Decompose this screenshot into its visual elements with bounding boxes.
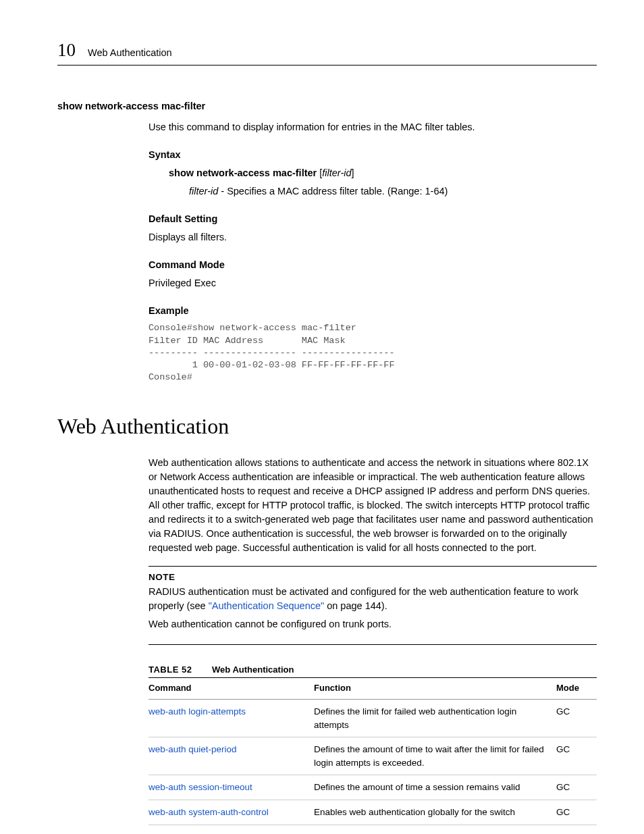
syntax-command-bold: show network-access mac-filter bbox=[169, 167, 317, 178]
chapter-title: Web Authentication bbox=[88, 46, 172, 60]
cmd-func: Defines the limit for failed web authent… bbox=[314, 700, 556, 737]
table-row: web-auth session-timeout Defines the amo… bbox=[149, 775, 597, 800]
table-header-row: Command Function Mode bbox=[149, 678, 597, 700]
note-label: NOTE bbox=[149, 571, 597, 584]
th-command: Command bbox=[149, 678, 314, 700]
section-title: Web Authentication bbox=[57, 411, 597, 442]
mode-heading: Command Mode bbox=[149, 258, 597, 272]
cmd-func: Defines the amount of time a session rem… bbox=[314, 775, 556, 800]
cmd-link[interactable]: web-auth system-auth-control bbox=[149, 807, 269, 817]
note-text-1b: on page 144). bbox=[324, 600, 387, 611]
note-block: NOTE RADIUS authentication must be activ… bbox=[149, 566, 597, 645]
cmd-mode: GC bbox=[556, 800, 597, 825]
table-label: TABLE 52 bbox=[149, 664, 192, 675]
table-row: web-auth Enables web authentication for … bbox=[149, 825, 597, 834]
cmd-mode: GC bbox=[556, 700, 597, 737]
command-intro: Use this command to display information … bbox=[149, 120, 597, 134]
cmd-mode: GC bbox=[556, 737, 597, 775]
command-name: show network-access mac-filter bbox=[57, 99, 597, 113]
cmd-func: Enables web authentication globally for … bbox=[314, 800, 556, 825]
cmd-func: Enables web authentication for an interf… bbox=[314, 825, 556, 834]
th-mode: Mode bbox=[556, 678, 597, 700]
syntax-line: show network-access mac-filter [filter-i… bbox=[169, 166, 597, 180]
syntax-heading: Syntax bbox=[149, 148, 597, 162]
table-row: web-auth quiet-period Defines the amount… bbox=[149, 737, 597, 775]
syntax-arg-description: filter-id - Specifies a MAC address filt… bbox=[189, 184, 597, 199]
command-table: Command Function Mode web-auth login-att… bbox=[149, 677, 597, 834]
cmd-link[interactable]: web-auth session-timeout bbox=[149, 782, 252, 792]
default-heading: Default Setting bbox=[149, 212, 597, 226]
cmd-mode: IC bbox=[556, 825, 597, 834]
note-line-2: Web authentication cannot be configured … bbox=[149, 617, 597, 631]
syntax-arg-text: - Specifies a MAC address filter table. … bbox=[218, 186, 448, 197]
chapter-number: 10 bbox=[57, 37, 76, 63]
mode-text: Privileged Exec bbox=[149, 276, 597, 290]
syntax-arg-name: filter-id bbox=[189, 186, 218, 197]
note-line-1: RADIUS authentication must be activated … bbox=[149, 585, 597, 613]
default-text: Displays all filters. bbox=[149, 230, 597, 244]
cmd-mode: GC bbox=[556, 775, 597, 800]
example-heading: Example bbox=[149, 304, 597, 318]
syntax-arg: filter-id bbox=[322, 167, 351, 178]
table-row: web-auth login-attempts Defines the limi… bbox=[149, 700, 597, 737]
cmd-link[interactable]: web-auth quiet-period bbox=[149, 744, 237, 754]
note-link[interactable]: "Authentication Sequence" bbox=[209, 600, 325, 611]
example-code: Console#show network-access mac-filter F… bbox=[149, 322, 597, 384]
cmd-link[interactable]: web-auth bbox=[149, 832, 186, 834]
table-caption: TABLE 52 Web Authentication bbox=[149, 664, 597, 677]
th-function: Function bbox=[314, 678, 556, 700]
table-title: Web Authentication bbox=[212, 664, 294, 675]
section-body: Web authentication allows stations to au… bbox=[149, 456, 597, 555]
cmd-func: Defines the amount of time to wait after… bbox=[314, 737, 556, 775]
page-header: 10 Web Authentication bbox=[57, 37, 597, 66]
table-row: web-auth system-auth-control Enables web… bbox=[149, 800, 597, 825]
cmd-link[interactable]: web-auth login-attempts bbox=[149, 706, 246, 716]
